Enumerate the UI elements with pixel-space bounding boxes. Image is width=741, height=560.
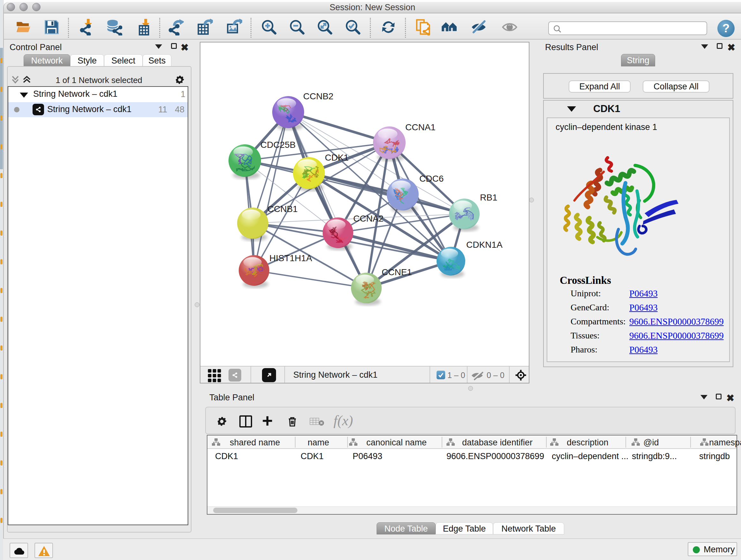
svg-text:CDC25B: CDC25B [260,140,295,150]
svg-text:CCNE1: CCNE1 [382,267,412,277]
svg-text:RB1: RB1 [480,192,497,202]
svg-text:CCNB1: CCNB1 [267,204,298,214]
svg-text:CCNA1: CCNA1 [405,122,435,132]
svg-text:CCNA2: CCNA2 [353,213,384,224]
svg-text:CDC6: CDC6 [419,174,444,184]
svg-text:CCNB2: CCNB2 [303,91,333,101]
svg-text:HIST1H1A: HIST1H1A [269,253,312,263]
svg-text:CDK1: CDK1 [325,152,349,163]
svg-text:CDKN1A: CDKN1A [466,240,502,250]
